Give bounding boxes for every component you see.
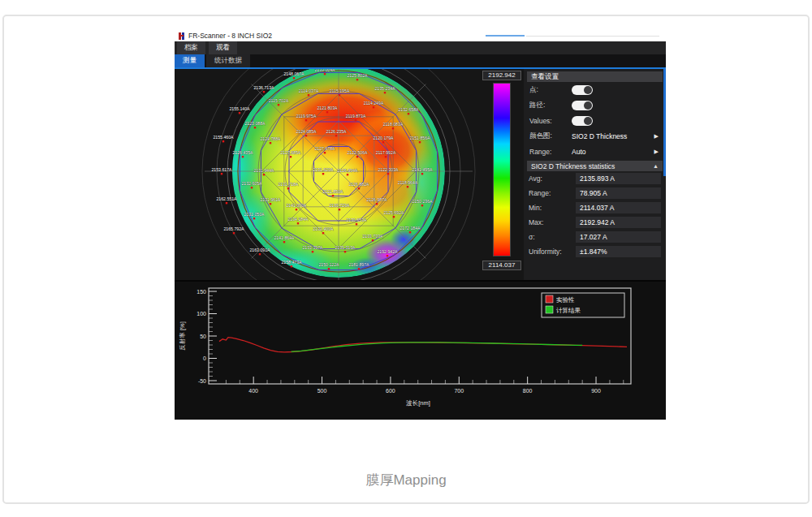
statistics-header[interactable]: SIO2 D Thickness statistics ▲ <box>527 161 663 171</box>
stat-label: Uniformity: <box>529 248 576 256</box>
panel-scroll-accent[interactable] <box>663 69 666 176</box>
svg-text:2134.184A: 2134.184A <box>287 217 309 222</box>
svg-text:2124.085A: 2124.085A <box>296 129 317 134</box>
toggle-row-path: 路径: <box>527 97 663 113</box>
statistics-title: SIO2 D Thickness statistics <box>531 162 615 170</box>
stat-row: Uniformity:±1.847% <box>527 244 663 259</box>
stat-value: ±1.847% <box>576 246 661 257</box>
svg-text:2151.856A: 2151.856A <box>409 136 430 140</box>
map-area: 2133.004A2148.067A2125.802A2136.713A2135… <box>175 69 666 282</box>
chevron-right-icon: ▶ <box>654 149 660 155</box>
path-label: 路径: <box>529 101 572 110</box>
range-value: Auto <box>572 148 654 156</box>
titlebar-gray-line <box>526 36 659 37</box>
svg-text:2150.122A: 2150.122A <box>318 262 339 267</box>
stat-value: 2114.037 A <box>576 202 661 213</box>
svg-text:2141.090A: 2141.090A <box>286 203 307 208</box>
stat-row: Range:78.905 A <box>527 186 663 200</box>
svg-text:2126.994A: 2126.994A <box>337 168 358 173</box>
svg-text:2118.083A: 2118.083A <box>383 122 404 127</box>
svg-text:2119.975A: 2119.975A <box>296 114 317 118</box>
stat-row: Min:2114.037 A <box>527 200 663 215</box>
wafer-map[interactable]: 2133.004A2148.067A2125.802A2136.713A2135… <box>175 69 480 282</box>
svg-text:2122.506A: 2122.506A <box>347 150 368 155</box>
wafer-disc <box>175 69 480 282</box>
svg-text:2121.803A: 2121.803A <box>317 106 338 110</box>
svg-text:2115.702A: 2115.702A <box>269 98 289 103</box>
statistics-rows: Avg:2135.893 ARange:78.905 AMin:2114.037… <box>527 171 663 259</box>
svg-text:2126.882A: 2126.882A <box>348 182 369 187</box>
svg-text:2125.692A: 2125.692A <box>383 210 404 215</box>
svg-text:2150.236A: 2150.236A <box>412 199 433 204</box>
y-axis-label: 反射率 [%] <box>179 321 186 350</box>
stat-label: Avg: <box>529 174 576 183</box>
wafer-svg: 2133.004A2148.067A2125.802A2136.713A2135… <box>175 69 480 282</box>
stat-value: 17.027 A <box>576 231 661 243</box>
svg-text:2119.873A: 2119.873A <box>346 114 366 118</box>
svg-text:2126.235A: 2126.235A <box>326 129 347 134</box>
colormap-dropdown[interactable]: 颜色图: SIO2 D Thickness ▶ <box>527 128 663 144</box>
values-toggle[interactable] <box>572 116 593 126</box>
svg-text:0: 0 <box>203 355 206 361</box>
svg-text:2141.495A: 2141.495A <box>412 167 433 172</box>
tab-measure[interactable]: 测量 <box>175 54 205 67</box>
colorbar-max-label: 2192.942 <box>482 71 521 80</box>
view-settings-title: 查看设置 <box>531 72 559 82</box>
svg-text:2148.067A: 2148.067A <box>283 71 304 76</box>
toggle-row-points: 点: <box>527 82 663 97</box>
svg-text:2122.303A: 2122.303A <box>378 167 399 172</box>
svg-text:2130.653A: 2130.653A <box>346 218 367 222</box>
points-label: 点: <box>529 85 572 95</box>
svg-text:2131.050A: 2131.050A <box>244 212 265 217</box>
spectrum-chart[interactable]: -50050100150400500600700800900波长[nm]反射率 … <box>175 282 666 420</box>
svg-text:2131.620A: 2131.620A <box>313 167 334 172</box>
svg-text:2130.723A: 2130.723A <box>329 203 350 208</box>
stat-row: σ:17.027 A <box>527 230 663 244</box>
svg-text:2121.850A: 2121.850A <box>322 189 343 194</box>
svg-text:400: 400 <box>248 388 258 394</box>
svg-text:2114.249A: 2114.249A <box>364 101 384 106</box>
svg-text:2118.964A: 2118.964A <box>398 180 418 185</box>
range-dropdown[interactable]: Range: Auto ▶ <box>527 144 663 159</box>
menu-file[interactable]: 档案 <box>177 41 205 54</box>
svg-text:2127.678A: 2127.678A <box>314 146 335 151</box>
svg-text:-50: -50 <box>198 378 206 384</box>
svg-text:2132.400A: 2132.400A <box>313 226 334 231</box>
svg-text:2131.718A: 2131.718A <box>278 182 299 187</box>
points-toggle[interactable] <box>572 85 593 95</box>
svg-text:2165.792A: 2165.792A <box>223 226 244 231</box>
colorbar-gradient <box>493 83 511 256</box>
spectrum-svg: -50050100150400500600700800900波长[nm]反射率 … <box>175 282 666 420</box>
svg-text:2133.004A: 2133.004A <box>314 69 335 72</box>
stat-row: Avg:2135.893 A <box>527 171 663 186</box>
view-settings-header: 查看设置 <box>527 71 663 82</box>
legend-entry: 实验性 <box>556 296 575 304</box>
stat-label: σ: <box>529 233 576 241</box>
path-toggle[interactable] <box>572 101 593 110</box>
tab-statistics[interactable]: 统计数据 <box>206 54 250 67</box>
svg-text:500: 500 <box>317 388 327 394</box>
svg-text:2158.473A: 2158.473A <box>281 260 302 265</box>
svg-text:2133.733A: 2133.733A <box>362 234 383 239</box>
menu-view[interactable]: 观看 <box>209 41 237 54</box>
svg-text:2117.992A: 2117.992A <box>376 150 396 155</box>
svg-text:2172.184A: 2172.184A <box>400 226 421 230</box>
svg-text:700: 700 <box>454 388 464 394</box>
tabbar: 测量 统计数据 <box>175 54 666 69</box>
titlebar: FR-Scanner - 8 INCH SIO2 <box>175 30 666 41</box>
settings-panel: 查看设置 点: 路径: Values: 颜色图: SIO2 D Thicknes… <box>524 69 666 282</box>
svg-text:100: 100 <box>197 311 206 317</box>
svg-text:2125.802A: 2125.802A <box>347 73 368 78</box>
app-logo-icon <box>179 32 185 40</box>
fr-scanner-window: FR-Scanner - 8 INCH SIO2 档案 观看 测量 统计数据 <box>175 30 666 420</box>
titlebar-blue-line <box>486 35 525 37</box>
stat-value: 2192.942 A <box>576 217 661 228</box>
svg-text:2131.961A: 2131.961A <box>260 197 281 202</box>
svg-text:2139.313A: 2139.313A <box>335 245 356 250</box>
legend-entry: 计算结果 <box>556 307 581 314</box>
svg-text:2126.987A: 2126.987A <box>366 197 387 202</box>
stat-value: 2135.893 A <box>576 173 661 184</box>
svg-text:2114.037A: 2114.037A <box>299 88 319 93</box>
range-label: Range: <box>529 148 572 156</box>
svg-text:2136.713A: 2136.713A <box>253 85 274 90</box>
